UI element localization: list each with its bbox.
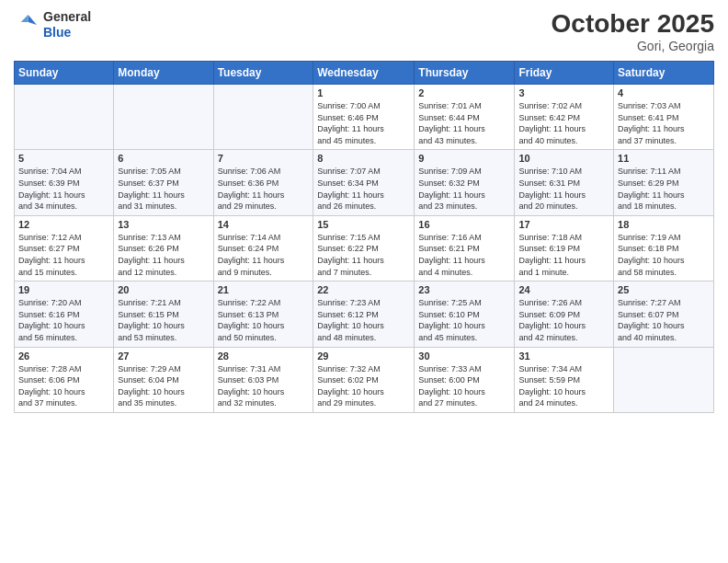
- table-row: 16Sunrise: 7:16 AM Sunset: 6:21 PM Dayli…: [415, 215, 515, 281]
- day-info: Sunrise: 7:18 AM Sunset: 6:19 PM Dayligh…: [518, 232, 609, 278]
- day-info: Sunrise: 7:34 AM Sunset: 5:59 PM Dayligh…: [518, 363, 609, 409]
- calendar-table: Sunday Monday Tuesday Wednesday Thursday…: [14, 61, 714, 413]
- table-row: [114, 85, 213, 150]
- calendar-week-row: 5Sunrise: 7:04 AM Sunset: 6:39 PM Daylig…: [15, 150, 714, 215]
- day-number: 11: [618, 153, 710, 164]
- day-number: 30: [418, 350, 510, 362]
- day-info: Sunrise: 7:28 AM Sunset: 6:06 PM Dayligh…: [18, 363, 109, 409]
- day-number: 10: [518, 153, 609, 164]
- table-row: 14Sunrise: 7:14 AM Sunset: 6:24 PM Dayli…: [213, 215, 313, 281]
- col-tuesday: Tuesday: [213, 62, 313, 85]
- day-info: Sunrise: 7:09 AM Sunset: 6:32 PM Dayligh…: [418, 166, 510, 212]
- day-info: Sunrise: 7:20 AM Sunset: 6:16 PM Dayligh…: [18, 297, 109, 343]
- day-info: Sunrise: 7:31 AM Sunset: 6:03 PM Dayligh…: [218, 363, 310, 409]
- table-row: 19Sunrise: 7:20 AM Sunset: 6:16 PM Dayli…: [15, 282, 114, 347]
- table-row: 13Sunrise: 7:13 AM Sunset: 6:26 PM Dayli…: [114, 215, 213, 281]
- table-row: 5Sunrise: 7:04 AM Sunset: 6:39 PM Daylig…: [15, 150, 114, 215]
- table-row: 11Sunrise: 7:11 AM Sunset: 6:29 PM Dayli…: [614, 150, 714, 215]
- day-number: 2: [418, 87, 510, 98]
- table-row: 1Sunrise: 7:00 AM Sunset: 6:46 PM Daylig…: [313, 85, 415, 150]
- table-row: 21Sunrise: 7:22 AM Sunset: 6:13 PM Dayli…: [213, 282, 313, 347]
- table-row: 28Sunrise: 7:31 AM Sunset: 6:03 PM Dayli…: [213, 347, 313, 412]
- day-number: 5: [18, 153, 109, 164]
- month-title: October 2025: [552, 9, 714, 39]
- logo-icon: [14, 12, 40, 38]
- calendar-header-row: Sunday Monday Tuesday Wednesday Thursday…: [15, 62, 714, 85]
- day-info: Sunrise: 7:27 AM Sunset: 6:07 PM Dayligh…: [618, 297, 710, 343]
- col-saturday: Saturday: [614, 62, 714, 85]
- col-friday: Friday: [515, 62, 614, 85]
- table-row: 18Sunrise: 7:19 AM Sunset: 6:18 PM Dayli…: [614, 215, 714, 281]
- day-number: 4: [618, 87, 710, 98]
- header: General Blue October 2025 Gori, Georgia: [14, 9, 714, 53]
- table-row: 20Sunrise: 7:21 AM Sunset: 6:15 PM Dayli…: [114, 282, 213, 347]
- svg-marker-1: [21, 15, 28, 22]
- day-number: 26: [18, 350, 109, 362]
- day-number: 22: [317, 284, 410, 295]
- day-number: 28: [218, 350, 310, 362]
- table-row: [614, 347, 714, 412]
- table-row: 3Sunrise: 7:02 AM Sunset: 6:42 PM Daylig…: [515, 85, 614, 150]
- day-number: 25: [618, 284, 710, 295]
- day-info: Sunrise: 7:13 AM Sunset: 6:26 PM Dayligh…: [118, 232, 209, 278]
- table-row: 22Sunrise: 7:23 AM Sunset: 6:12 PM Dayli…: [313, 282, 415, 347]
- table-row: 10Sunrise: 7:10 AM Sunset: 6:31 PM Dayli…: [515, 150, 614, 215]
- day-info: Sunrise: 7:04 AM Sunset: 6:39 PM Dayligh…: [18, 166, 109, 212]
- calendar-week-row: 1Sunrise: 7:00 AM Sunset: 6:46 PM Daylig…: [15, 85, 714, 150]
- table-row: 29Sunrise: 7:32 AM Sunset: 6:02 PM Dayli…: [313, 347, 415, 412]
- day-info: Sunrise: 7:32 AM Sunset: 6:02 PM Dayligh…: [317, 363, 410, 409]
- table-row: 26Sunrise: 7:28 AM Sunset: 6:06 PM Dayli…: [15, 347, 114, 412]
- day-number: 1: [317, 87, 410, 98]
- logo: General Blue: [14, 9, 91, 40]
- table-row: 7Sunrise: 7:06 AM Sunset: 6:36 PM Daylig…: [213, 150, 313, 215]
- table-row: 30Sunrise: 7:33 AM Sunset: 6:00 PM Dayli…: [415, 347, 515, 412]
- col-sunday: Sunday: [15, 62, 114, 85]
- table-row: 24Sunrise: 7:26 AM Sunset: 6:09 PM Dayli…: [515, 282, 614, 347]
- day-number: 29: [317, 350, 410, 362]
- table-row: 17Sunrise: 7:18 AM Sunset: 6:19 PM Dayli…: [515, 215, 614, 281]
- title-block: October 2025 Gori, Georgia: [552, 9, 714, 53]
- table-row: 25Sunrise: 7:27 AM Sunset: 6:07 PM Dayli…: [614, 282, 714, 347]
- logo-text: General Blue: [43, 9, 91, 40]
- calendar-week-row: 26Sunrise: 7:28 AM Sunset: 6:06 PM Dayli…: [15, 347, 714, 412]
- logo-general-text: General: [43, 9, 91, 25]
- day-number: 6: [118, 153, 209, 164]
- day-number: 15: [317, 219, 410, 230]
- day-number: 9: [418, 153, 510, 164]
- day-info: Sunrise: 7:22 AM Sunset: 6:13 PM Dayligh…: [218, 297, 310, 343]
- day-info: Sunrise: 7:23 AM Sunset: 6:12 PM Dayligh…: [317, 297, 410, 343]
- table-row: [213, 85, 313, 150]
- day-info: Sunrise: 7:14 AM Sunset: 6:24 PM Dayligh…: [218, 232, 310, 278]
- day-number: 24: [518, 284, 609, 295]
- day-info: Sunrise: 7:29 AM Sunset: 6:04 PM Dayligh…: [118, 363, 209, 409]
- day-info: Sunrise: 7:33 AM Sunset: 6:00 PM Dayligh…: [418, 363, 510, 409]
- col-wednesday: Wednesday: [313, 62, 415, 85]
- calendar-week-row: 19Sunrise: 7:20 AM Sunset: 6:16 PM Dayli…: [15, 282, 714, 347]
- day-info: Sunrise: 7:07 AM Sunset: 6:34 PM Dayligh…: [317, 166, 410, 212]
- day-number: 14: [218, 219, 310, 230]
- day-info: Sunrise: 7:10 AM Sunset: 6:31 PM Dayligh…: [518, 166, 609, 212]
- table-row: 23Sunrise: 7:25 AM Sunset: 6:10 PM Dayli…: [415, 282, 515, 347]
- day-number: 21: [218, 284, 310, 295]
- table-row: 12Sunrise: 7:12 AM Sunset: 6:27 PM Dayli…: [15, 215, 114, 281]
- day-info: Sunrise: 7:25 AM Sunset: 6:10 PM Dayligh…: [418, 297, 510, 343]
- day-number: 31: [518, 350, 609, 362]
- day-info: Sunrise: 7:02 AM Sunset: 6:42 PM Dayligh…: [518, 100, 609, 146]
- table-row: 31Sunrise: 7:34 AM Sunset: 5:59 PM Dayli…: [515, 347, 614, 412]
- day-number: 27: [118, 350, 209, 362]
- location: Gori, Georgia: [552, 39, 714, 53]
- day-info: Sunrise: 7:16 AM Sunset: 6:21 PM Dayligh…: [418, 232, 510, 278]
- calendar-week-row: 12Sunrise: 7:12 AM Sunset: 6:27 PM Dayli…: [15, 215, 714, 281]
- day-info: Sunrise: 7:21 AM Sunset: 6:15 PM Dayligh…: [118, 297, 209, 343]
- col-monday: Monday: [114, 62, 213, 85]
- day-number: 23: [418, 284, 510, 295]
- day-info: Sunrise: 7:15 AM Sunset: 6:22 PM Dayligh…: [317, 232, 410, 278]
- day-number: 13: [118, 219, 209, 230]
- day-number: 18: [618, 219, 710, 230]
- day-number: 12: [18, 219, 109, 230]
- page: General Blue October 2025 Gori, Georgia …: [0, 0, 728, 563]
- day-info: Sunrise: 7:11 AM Sunset: 6:29 PM Dayligh…: [618, 166, 710, 212]
- day-info: Sunrise: 7:03 AM Sunset: 6:41 PM Dayligh…: [618, 100, 710, 146]
- table-row: 4Sunrise: 7:03 AM Sunset: 6:41 PM Daylig…: [614, 85, 714, 150]
- logo-blue-text: Blue: [43, 25, 91, 40]
